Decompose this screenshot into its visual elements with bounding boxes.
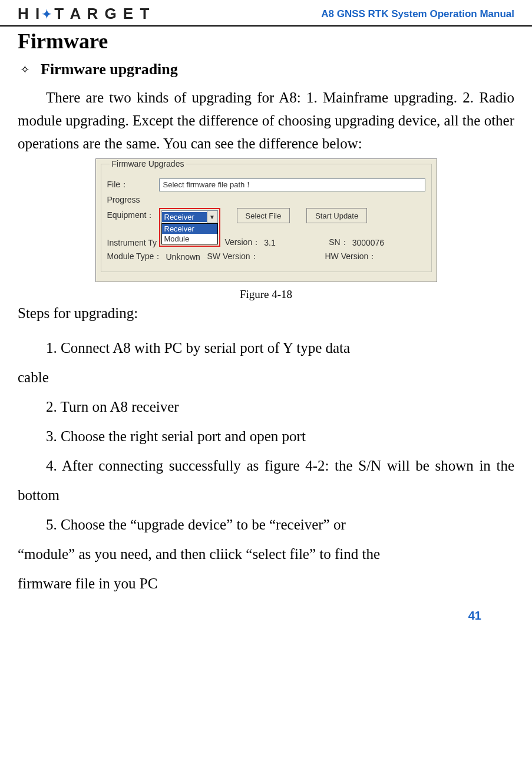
sn-label: SN： — [329, 237, 348, 248]
equipment-label: Equipment： — [107, 208, 159, 221]
start-update-button[interactable]: Start Update — [306, 208, 367, 223]
sw-version-label: SW Version： — [207, 252, 278, 262]
logo-hi-text: H I — [18, 5, 41, 23]
instrument-row: Instrument Ty Version： 3.1 SN： 3000076 — [107, 237, 425, 248]
file-path-input[interactable]: Select firmware file path！ — [159, 178, 425, 191]
instrument-type-label: Instrument Ty — [107, 238, 166, 247]
progress-row: Progress — [107, 195, 425, 204]
doc-title: A8 GNSS RTK System Operation Manual — [321, 8, 514, 20]
heading-firmware: Firmware — [18, 29, 514, 54]
equipment-option-module[interactable]: Module — [162, 234, 217, 244]
version-label: Version： — [225, 237, 261, 248]
hw-version-label: HW Version： — [325, 252, 377, 262]
step-5-line-c: firmware file in you PC — [18, 569, 514, 598]
file-label: File： — [107, 180, 159, 190]
progress-label: Progress — [107, 195, 159, 204]
step-5-line-b: “module” as you need, and then cliick “s… — [18, 540, 514, 569]
diamond-bullet-icon: ✧ — [20, 62, 30, 77]
figure-caption: Figure 4-18 — [18, 288, 514, 301]
select-file-button[interactable]: Select File — [237, 208, 290, 223]
module-type-value: Unknown — [166, 252, 207, 262]
logo-dot-icon: ✦ — [42, 7, 53, 21]
step-5-line-a: 5. Choose the “upgrade device” to be “re… — [18, 510, 514, 540]
subheading-row: ✧ Firmware upgrading — [18, 61, 514, 78]
equipment-highlight-box: Receiver ▼ Receiver Module — [159, 208, 220, 247]
equipment-option-receiver[interactable]: Receiver — [162, 224, 217, 234]
sn-value: 3000076 — [352, 238, 385, 247]
module-type-label: Module Type： — [107, 252, 166, 262]
logo-target-text: T A R G E T — [54, 5, 150, 23]
step-1-line-a: 1. Connect A8 with PC by serial port of … — [18, 333, 514, 363]
equipment-selected-value: Receiver — [162, 212, 207, 222]
step-1-line-b: cable — [18, 363, 514, 392]
step-2: 2. Turn on A8 receiver — [18, 392, 514, 422]
steps-intro: Steps for upgrading: — [18, 302, 514, 325]
dropdown-arrow-icon: ▼ — [207, 211, 217, 223]
equipment-dropdown[interactable]: Receiver ▼ — [161, 210, 218, 223]
file-row: File： Select firmware file path！ — [107, 178, 425, 191]
page-number: 41 — [18, 609, 514, 623]
module-type-row: Module Type： Unknown SW Version： HW Vers… — [107, 252, 425, 262]
brand-logo: H I ✦ T A R G E T — [18, 5, 150, 23]
subheading-firmware-upgrading: Firmware upgrading — [41, 61, 178, 78]
version-value: 3.1 — [264, 238, 299, 247]
intro-paragraph: There are two kinds of upgrading for A8:… — [18, 87, 514, 155]
page-content: Firmware ✧ Firmware upgrading There are … — [0, 27, 532, 634]
step-4: 4. After connecting successfully as figu… — [18, 451, 514, 510]
equipment-select-wrapper: Receiver ▼ Receiver Module — [159, 208, 220, 247]
firmware-upgrades-screenshot: Firmware Upgrades File： Select firmware … — [95, 158, 437, 282]
groupbox-legend: Firmware Upgrades — [110, 159, 187, 168]
equipment-dropdown-list: Receiver Module — [161, 223, 218, 244]
step-3: 3. Choose the right serial port and open… — [18, 422, 514, 451]
page-header: H I ✦ T A R G E T A8 GNSS RTK System Ope… — [0, 0, 532, 27]
